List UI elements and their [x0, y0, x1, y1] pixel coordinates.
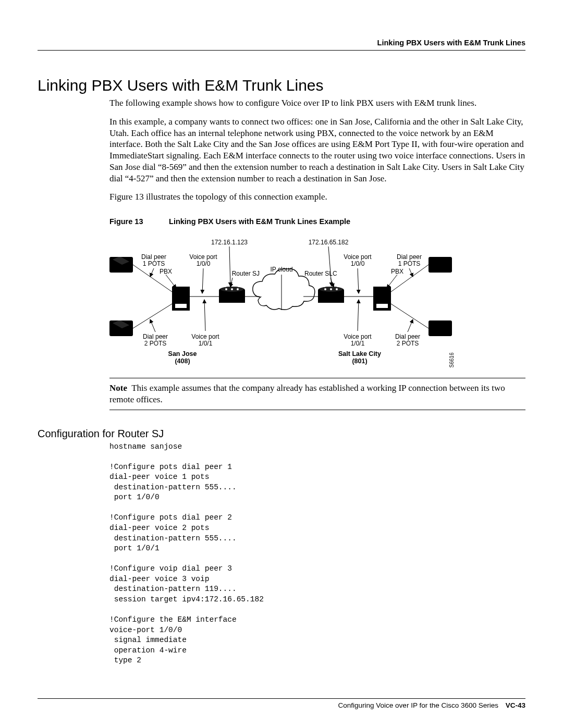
svg-line-41	[229, 246, 230, 286]
pots2-label: 2 POTS	[144, 340, 167, 347]
topology-diagram: 172.16.1.123 172.16.65.182	[109, 237, 474, 373]
svg-point-14	[324, 288, 326, 290]
svg-point-15	[330, 288, 332, 290]
svg-line-28	[391, 304, 429, 328]
svg-line-40	[358, 300, 359, 331]
pots-label-r: 1 POTS	[398, 260, 421, 267]
svg-line-35	[409, 268, 413, 277]
dialpeer-label: Dial peer	[141, 253, 166, 261]
phone-icon	[109, 256, 133, 273]
ip-right-label: 172.16.65.182	[309, 239, 349, 246]
page-footer: Configuring Voice over IP for the Cisco …	[38, 698, 525, 709]
dialpeer2-label: Dial peer	[143, 333, 168, 340]
pots-label: 1 POTS	[143, 260, 165, 267]
figure-caption: Figure 13 Linking PBX Users with E&M Tru…	[109, 217, 525, 226]
svg-line-34	[204, 300, 205, 331]
phone-icon	[429, 320, 452, 336]
pbx-label-left: PBX	[160, 268, 172, 275]
drawing-id-label: S6616	[449, 352, 455, 367]
voiceport-num-label-b: 1/0/1	[199, 340, 213, 347]
figure-title: Linking PBX Users with E&M Trunk Lines E…	[169, 217, 350, 226]
phone-icon	[429, 257, 452, 273]
router-icon	[318, 287, 344, 303]
voiceport-num-label-r: 1/0/0	[351, 260, 365, 267]
city-slc-label: Salt Lake City	[338, 350, 381, 357]
svg-line-32	[230, 278, 232, 287]
footer-page-number: VC-43	[506, 701, 525, 709]
subsection-title: Configuration for Router SJ	[38, 428, 525, 440]
svg-line-39	[408, 319, 413, 332]
svg-line-31	[166, 275, 176, 288]
svg-line-42	[328, 246, 332, 286]
page: Linking PBX Users with E&M Trunk Lines L…	[0, 0, 563, 728]
code-slc-label: (801)	[352, 357, 367, 365]
note-text: This example assumes that the company al…	[109, 383, 505, 404]
svg-rect-20	[429, 320, 452, 336]
voiceport-label: Voice port	[189, 253, 217, 261]
svg-rect-19	[429, 257, 452, 273]
svg-rect-18	[376, 304, 388, 308]
running-header: Linking PBX Users with E&M Trunk Lines	[38, 39, 525, 51]
intro-para-1: The following example shows how to confi…	[109, 97, 525, 109]
voiceport-num-label-rb: 1/0/1	[351, 340, 365, 347]
voiceport-label-b: Voice port	[191, 333, 219, 340]
svg-line-33	[150, 319, 155, 332]
code-sj-label: (408)	[175, 357, 190, 365]
svg-point-8	[231, 288, 233, 290]
svg-line-30	[202, 268, 203, 293]
dialpeer2-label-r: Dial peer	[395, 333, 420, 340]
note-label: Note	[109, 383, 127, 393]
svg-point-9	[237, 288, 239, 290]
ip-cloud-label: IP cloud	[270, 266, 292, 273]
voiceport-label-rb: Voice port	[344, 333, 372, 340]
figure-label: Figure 13	[109, 217, 167, 226]
svg-point-16	[336, 288, 338, 290]
note-block: Note This example assumes that the compa…	[109, 378, 525, 410]
dialpeer-label-r: Dial peer	[397, 253, 422, 261]
pots2-label-r: 2 POTS	[397, 340, 419, 347]
pbx-icon	[373, 287, 391, 311]
router-icon	[219, 287, 245, 303]
city-sj-label: San Jose	[168, 350, 197, 357]
intro-para-3: Figure 13 illustrates the topology of th…	[109, 191, 525, 203]
svg-line-36	[358, 268, 359, 293]
footer-doc-title: Configuring Voice over IP for the Cisco …	[338, 701, 498, 709]
section-title: Linking PBX Users with E&M Trunk Lines	[38, 77, 525, 94]
router-slc-label: Router SLC	[304, 270, 337, 277]
pbx-label-right: PBX	[391, 268, 403, 275]
phone-icon	[109, 320, 133, 336]
svg-point-7	[225, 288, 227, 290]
ip-left-label: 172.16.1.123	[211, 239, 248, 246]
voiceport-num-label: 1/0/0	[197, 260, 211, 267]
voiceport-label-r: Voice port	[344, 253, 372, 261]
svg-line-37	[387, 275, 397, 288]
svg-rect-3	[175, 304, 187, 308]
intro-para-2: In this example, a company wants to conn…	[109, 116, 525, 184]
router-sj-label: Router SJ	[232, 270, 260, 277]
config-code-block: hostname sanjose !Configure pots dial pe…	[109, 442, 525, 666]
svg-line-29	[150, 268, 154, 277]
pbx-icon	[172, 287, 190, 311]
